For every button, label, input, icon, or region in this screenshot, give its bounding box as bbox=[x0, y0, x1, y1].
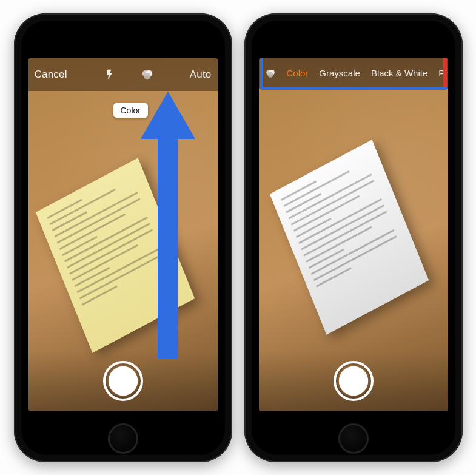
shutter-bar bbox=[259, 351, 448, 411]
scanned-document bbox=[35, 158, 194, 352]
svg-point-2 bbox=[144, 73, 150, 79]
shutter-button[interactable] bbox=[334, 361, 374, 401]
home-button[interactable] bbox=[338, 423, 369, 454]
cancel-button[interactable]: Cancel bbox=[35, 69, 67, 81]
shutter-bar bbox=[28, 351, 218, 411]
shutter-button[interactable] bbox=[103, 361, 143, 401]
flash-icon[interactable] bbox=[101, 66, 118, 83]
filter-option-bar: Color Grayscale Black & White Photo bbox=[259, 58, 448, 89]
filter-option-color[interactable]: Color bbox=[287, 68, 309, 78]
filter-option-photo[interactable]: Photo bbox=[438, 68, 448, 78]
scanned-document bbox=[269, 140, 428, 334]
phone-frame-left: Cancel Auto Color bbox=[14, 13, 232, 462]
filter-icon[interactable] bbox=[139, 66, 156, 83]
auto-mode-button[interactable]: Auto bbox=[190, 69, 212, 81]
filter-option-black-white[interactable]: Black & White bbox=[371, 68, 427, 78]
svg-point-6 bbox=[267, 72, 273, 77]
filter-tooltip: Color bbox=[113, 103, 148, 118]
home-button[interactable] bbox=[108, 423, 138, 454]
screen-right: Color Grayscale Black & White Photo bbox=[259, 58, 448, 411]
screen-left: Cancel Auto Color bbox=[28, 58, 218, 411]
scanner-toolbar: Cancel Auto bbox=[28, 58, 218, 91]
filter-icon[interactable] bbox=[265, 65, 276, 82]
phone-frame-right: Color Grayscale Black & White Photo bbox=[244, 13, 463, 462]
filter-option-grayscale[interactable]: Grayscale bbox=[319, 68, 360, 78]
